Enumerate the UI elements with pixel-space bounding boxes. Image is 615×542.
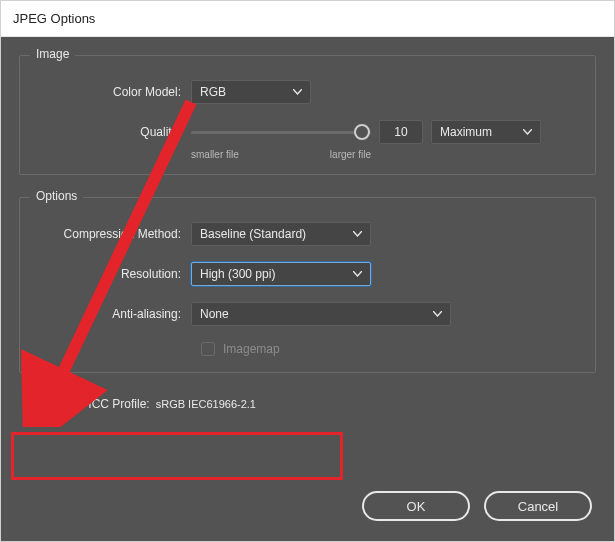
options-group-legend: Options bbox=[30, 189, 83, 203]
chevron-down-icon bbox=[523, 129, 532, 135]
embed-icc-checkbox[interactable] bbox=[25, 397, 39, 411]
options-group: Options Compression Method: Baseline (St… bbox=[19, 197, 596, 373]
slider-thumb[interactable] bbox=[354, 124, 370, 140]
quality-value-input[interactable]: 10 bbox=[379, 120, 423, 144]
color-model-row: Color Model: RGB bbox=[36, 80, 579, 104]
ok-button[interactable]: OK bbox=[362, 491, 470, 521]
quality-preset-select[interactable]: Maximum bbox=[431, 120, 541, 144]
antialias-select[interactable]: None bbox=[191, 302, 451, 326]
chevron-down-icon bbox=[433, 311, 442, 317]
color-model-label: Color Model: bbox=[36, 85, 191, 99]
antialias-label: Anti-aliasing: bbox=[36, 307, 191, 321]
embed-icc-value: sRGB IEC61966-2.1 bbox=[156, 398, 256, 410]
quality-slider[interactable]: smaller file larger file bbox=[191, 131, 371, 134]
slider-min-caption: smaller file bbox=[191, 149, 239, 160]
quality-preset-value: Maximum bbox=[440, 125, 492, 139]
antialias-row: Anti-aliasing: None bbox=[36, 302, 579, 326]
embed-icc-label: Embed ICC Profile: bbox=[47, 397, 150, 411]
resolution-select[interactable]: High (300 ppi) bbox=[191, 262, 371, 286]
cancel-button[interactable]: Cancel bbox=[484, 491, 592, 521]
dialog-body: Image Color Model: RGB Quality: smaller … bbox=[1, 37, 614, 541]
slider-max-caption: larger file bbox=[330, 149, 371, 160]
color-model-value: RGB bbox=[200, 85, 226, 99]
compression-label: Compression Method: bbox=[36, 227, 191, 241]
quality-label: Quality: bbox=[36, 125, 191, 139]
resolution-label: Resolution: bbox=[36, 267, 191, 281]
antialias-value: None bbox=[200, 307, 229, 321]
jpeg-options-dialog: JPEG Options Image Color Model: RGB Qual… bbox=[0, 0, 615, 542]
chevron-down-icon bbox=[353, 271, 362, 277]
compression-select[interactable]: Baseline (Standard) bbox=[191, 222, 371, 246]
dialog-footer: OK Cancel bbox=[362, 491, 592, 521]
compression-row: Compression Method: Baseline (Standard) bbox=[36, 222, 579, 246]
imagemap-row: Imagemap bbox=[201, 342, 579, 356]
compression-value: Baseline (Standard) bbox=[200, 227, 306, 241]
chevron-down-icon bbox=[293, 89, 302, 95]
resolution-row: Resolution: High (300 ppi) bbox=[36, 262, 579, 286]
resolution-value: High (300 ppi) bbox=[200, 267, 275, 281]
image-group: Image Color Model: RGB Quality: smaller … bbox=[19, 55, 596, 175]
titlebar: JPEG Options bbox=[1, 1, 614, 37]
slider-track bbox=[191, 131, 371, 134]
quality-row: Quality: smaller file larger file 10 Max… bbox=[36, 120, 579, 144]
chevron-down-icon bbox=[353, 231, 362, 237]
quality-value: 10 bbox=[394, 125, 407, 139]
imagemap-label: Imagemap bbox=[223, 342, 280, 356]
embed-icc-row[interactable]: Embed ICC Profile: sRGB IEC61966-2.1 bbox=[19, 389, 596, 419]
color-model-select[interactable]: RGB bbox=[191, 80, 311, 104]
imagemap-checkbox bbox=[201, 342, 215, 356]
image-group-legend: Image bbox=[30, 47, 75, 61]
window-title: JPEG Options bbox=[13, 11, 95, 26]
annotation-highlight-box bbox=[11, 432, 343, 480]
